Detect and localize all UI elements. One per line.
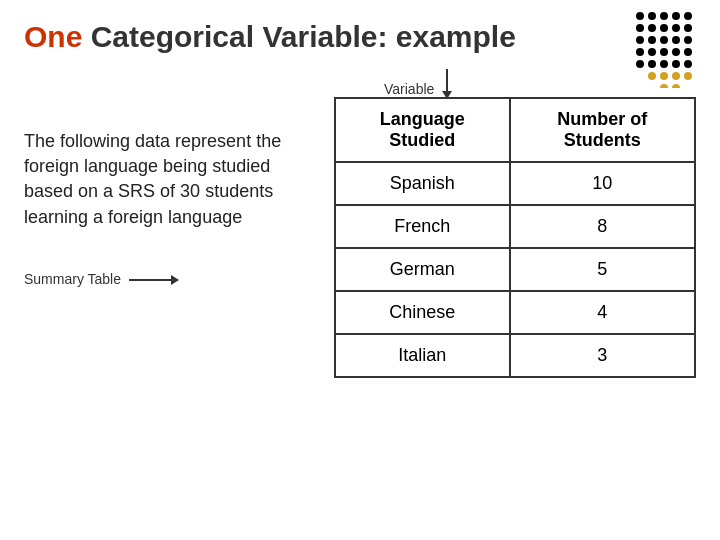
svg-point-10 (636, 36, 644, 44)
svg-point-16 (648, 48, 656, 56)
variable-arrow-icon (440, 69, 454, 99)
svg-point-18 (672, 48, 680, 56)
svg-point-21 (648, 60, 656, 68)
cell-language: German (335, 248, 510, 291)
description-text: The following data represent the foreign… (24, 129, 324, 230)
svg-point-15 (636, 48, 644, 56)
cell-count: 4 (510, 291, 695, 334)
cell-count: 3 (510, 334, 695, 377)
svg-point-6 (648, 24, 656, 32)
cell-count: 10 (510, 162, 695, 205)
svg-point-20 (636, 60, 644, 68)
slide: One Categorical Variable: example The fo… (0, 0, 720, 540)
svg-point-9 (684, 24, 692, 32)
svg-point-19 (684, 48, 692, 56)
page-title: One Categorical Variable: example (24, 20, 696, 53)
table-row: Italian3 (335, 334, 695, 377)
svg-point-22 (660, 60, 668, 68)
svg-point-17 (660, 48, 668, 56)
svg-point-5 (636, 24, 644, 32)
svg-point-1 (648, 12, 656, 20)
summary-arrow-icon (129, 273, 179, 287)
svg-point-14 (684, 36, 692, 44)
svg-point-0 (636, 12, 644, 20)
table-row: German5 (335, 248, 695, 291)
svg-point-24 (684, 60, 692, 68)
table-row: Chinese4 (335, 291, 695, 334)
cell-language: Spanish (335, 162, 510, 205)
cell-language: French (335, 205, 510, 248)
data-table: Language Studied Number of Students Span… (334, 97, 696, 378)
svg-point-2 (660, 12, 668, 20)
svg-point-3 (672, 12, 680, 20)
col-header-students: Number of Students (510, 98, 695, 162)
table-row: French8 (335, 205, 695, 248)
col-header-language: Language Studied (335, 98, 510, 162)
left-description: The following data represent the foreign… (24, 69, 334, 289)
cell-count: 5 (510, 248, 695, 291)
cell-language: Chinese (335, 291, 510, 334)
title-one: One (24, 20, 91, 53)
table-row: Spanish10 (335, 162, 695, 205)
cell-language: Italian (335, 334, 510, 377)
svg-point-4 (684, 12, 692, 20)
summary-label-row: Summary Table (24, 270, 324, 290)
cell-count: 8 (510, 205, 695, 248)
right-area: Variable Language Studied Number of Stud… (334, 69, 696, 378)
main-content: The following data represent the foreign… (24, 69, 696, 378)
svg-point-13 (672, 36, 680, 44)
svg-point-8 (672, 24, 680, 32)
table-header-row: Language Studied Number of Students (335, 98, 695, 162)
svg-point-23 (672, 60, 680, 68)
title-rest: Categorical Variable: example (91, 20, 516, 53)
variable-label-row: Variable (334, 69, 696, 97)
svg-point-11 (648, 36, 656, 44)
svg-point-12 (660, 36, 668, 44)
svg-point-7 (660, 24, 668, 32)
summary-label-text: Summary Table (24, 270, 121, 290)
variable-label: Variable (384, 81, 434, 97)
